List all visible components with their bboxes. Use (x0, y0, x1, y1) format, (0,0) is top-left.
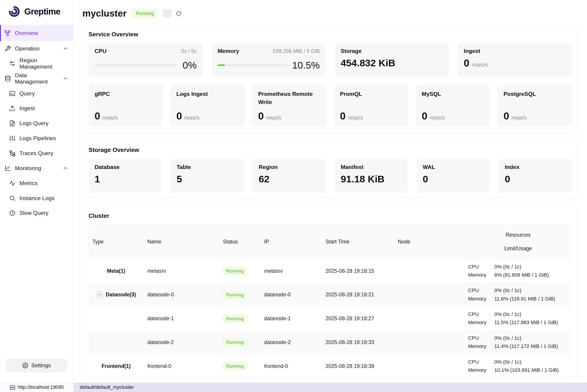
stat-label: Region (259, 164, 278, 170)
sidebar-item-label: Monitoring (15, 165, 41, 172)
row-name: datanode-1 (144, 316, 219, 322)
sidebar-item-logs-pipelines[interactable]: Logs Pipelines (0, 131, 73, 146)
table-row-metasrv: Meta(1) metasrv Running metasrv 2025-08-… (89, 259, 572, 283)
header-actions (163, 9, 183, 18)
stat-value: 0 (505, 174, 566, 185)
cpu-label: CPU (468, 263, 494, 271)
status-badge: Running (223, 314, 247, 322)
memory-limit-detail: 539.266 MiB / 5 GiB (273, 48, 320, 54)
sidebar-item-region-management[interactable]: Region Management (0, 56, 73, 71)
rate-unit: reqs/s (184, 114, 199, 121)
stat-label: Index (505, 164, 519, 170)
rate-label: PromQL (340, 90, 402, 98)
sidebar-item-overview[interactable]: Overview (0, 25, 73, 41)
table-row-datanode-0: Datanode(3) datanode-0 Running datanode-… (89, 283, 572, 307)
sidebar-item-label: Data Management (15, 72, 58, 85)
cluster-status-badge: Running (132, 9, 158, 18)
arrows-exchange-icon (9, 60, 16, 67)
service-stats-row2: gRPC 0 reqs/s Logs Ingest 0 reqs/s Prome… (89, 85, 572, 126)
sidebar-item-ingest[interactable]: Ingest (0, 101, 73, 116)
column-header-start-time: Start Time (322, 224, 394, 259)
cpu-usage: 0% (0c / 1c) (494, 358, 568, 366)
sidebar-group-data-management[interactable]: Data Management (0, 71, 73, 86)
rate-card-postgresql: PostgreSQL 0 reqs/s (497, 85, 572, 126)
memory-percent: 10.5% (292, 60, 320, 71)
row-name: datanode-2 (144, 339, 219, 346)
cpu-usage: 0% (0c / 1c) (494, 286, 568, 294)
rate-unit: reqs/s (511, 114, 526, 121)
row-start-time: 2025-08-28 19:18:39 (322, 363, 394, 369)
cluster-card: Cluster Type Name Status IP Start Time N… (82, 207, 578, 384)
rate-label: MySQL (422, 90, 484, 98)
sidebar-nav: Overview Operation Region Management Dat… (0, 24, 73, 358)
refresh-button[interactable] (174, 9, 183, 18)
rate-card-grpc: gRPC 0 reqs/s (89, 85, 163, 126)
sidebar-group-operation[interactable]: Operation (0, 41, 73, 56)
storage-value: 454.832 KiB (341, 58, 443, 68)
memory-label: Memory (468, 295, 494, 303)
settings-button[interactable]: Settings (6, 358, 67, 373)
row-type: Frontend(1) (102, 363, 131, 369)
status-badge: Running (223, 267, 247, 275)
sidebar-group-monitoring[interactable]: Monitoring (0, 161, 73, 176)
row-type: Datanode(3) (106, 292, 136, 298)
stat-label: CPU (95, 48, 106, 54)
memory-label: Memory (468, 271, 494, 279)
cluster-table: Type Name Status IP Start Time Node Reso… (89, 224, 572, 378)
gear-icon (22, 362, 28, 368)
rate-label: gRPC (95, 90, 157, 98)
cpu-progress-bar (95, 64, 177, 66)
row-resources: CPU Memory 0% (0c / 1c) 11.6% (118.91 Mi… (464, 286, 572, 303)
rate-card-promql: PromQL 0 reqs/s (334, 85, 408, 126)
memory-label: Memory (468, 342, 494, 350)
storage-stats-row: Database 1 Table 5 Region 62 Manifest 91… (89, 159, 572, 192)
cpu-label: CPU (468, 358, 494, 366)
wal-stat-card: WAL 0 (417, 159, 490, 192)
row-resources: CPU Memory 0% (0c / 1c) 11.4% (117.172 M… (464, 334, 572, 350)
cpu-label: CPU (468, 334, 494, 342)
sidebar-item-slow-query[interactable]: Slow Query (0, 206, 73, 221)
server-icon (10, 385, 16, 390)
memory-label: Memory (468, 366, 494, 374)
stat-label: Database (95, 164, 120, 170)
sidebar-item-query[interactable]: Query (0, 86, 73, 101)
tree-icon (9, 150, 16, 156)
row-ip: metasrv (260, 268, 322, 274)
row-start-time: 2025-08-28 19:18:15 (322, 268, 394, 274)
wrench-icon (5, 46, 11, 52)
memory-usage: 8% (81.609 MiB / 1 GiB) (494, 271, 568, 279)
sidebar-item-label: Slow Query (20, 210, 49, 216)
memory-usage: 10.1% (103.691 MiB / 1 GiB) (494, 366, 568, 374)
rate-value: 0 (422, 110, 427, 122)
rate-card-mysql: MySQL 0 reqs/s (416, 85, 490, 126)
brand-name: Greptime (24, 7, 60, 16)
brand-logo[interactable]: Greptime (0, 0, 73, 24)
cpu-usage: 0% (0c / 1c) (494, 310, 568, 318)
sidebar-item-logs-query[interactable]: Logs Query (0, 116, 73, 131)
section-title: Service Overview (89, 31, 572, 38)
sidebar-item-label: Ingest (20, 105, 35, 112)
sidebar-item-traces-query[interactable]: Traces Query (0, 146, 73, 161)
stat-label: Storage (341, 48, 362, 54)
chevron-up-icon (62, 76, 69, 82)
rate-value: 0 (258, 110, 264, 122)
collapse-toggle[interactable] (96, 292, 103, 298)
sidebar-item-label: Instance Logs (20, 195, 55, 202)
row-resources: CPU Memory 0% (0c / 1c) 11.5% (117.883 M… (464, 310, 572, 326)
stat-value: 91.18 KiB (341, 174, 402, 185)
stat-label: Memory (218, 48, 239, 54)
sidebar-item-instance-logs[interactable]: Instance Logs (0, 191, 73, 206)
greptime-spiral-icon (8, 5, 21, 18)
stat-value: 0 (423, 174, 484, 185)
sidebar-item-metrics[interactable]: Metrics (0, 176, 73, 191)
cluster-action-button[interactable] (163, 9, 172, 18)
memory-label: Memory (468, 319, 494, 326)
search-icon (9, 195, 16, 202)
memory-progress-bar (218, 64, 287, 66)
section-title: Storage Overview (89, 146, 572, 154)
sidebar: Greptime Overview Operation Region Manag… (0, 0, 73, 392)
cpu-usage: 0% (0c / 1c) (494, 263, 568, 271)
memory-usage: 11.4% (117.172 MiB / 1 GiB) (494, 342, 568, 350)
storage-overview-card: Storage Overview Database 1 Table 5 Regi… (82, 141, 578, 199)
app-window: Greptime Overview Operation Region Manag… (0, 0, 587, 392)
